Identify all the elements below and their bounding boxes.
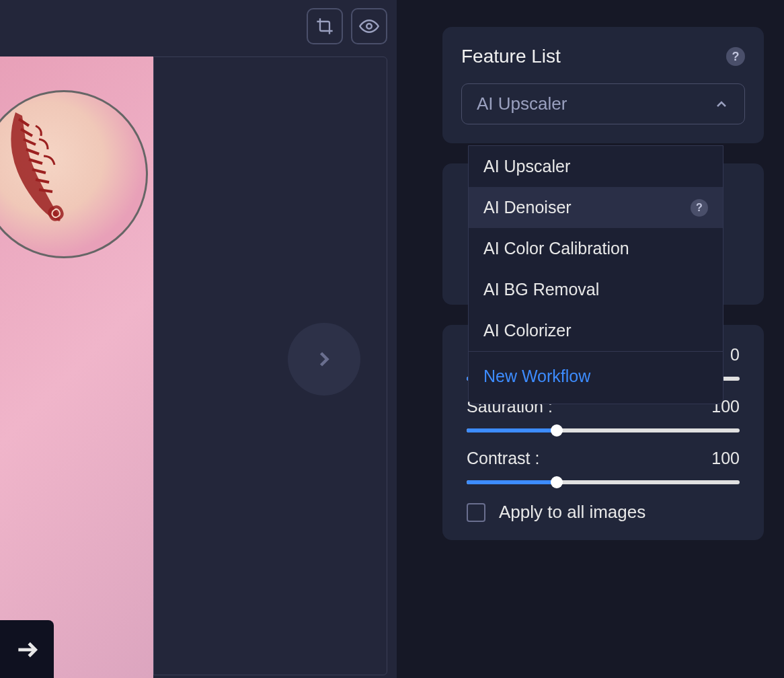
arrow-right-icon [14, 637, 40, 663]
dropdown-item-ai-colorizer[interactable]: AI Colorizer [469, 310, 723, 351]
saturation-fill [467, 428, 557, 432]
henna-design [0, 106, 116, 240]
chevron-up-icon [713, 96, 730, 112]
contrast-label: Contrast : [467, 449, 539, 468]
dropdown-item-ai-bg-removal[interactable]: AI BG Removal [469, 269, 723, 310]
dropdown-item-new-workflow[interactable]: New Workflow [469, 352, 723, 404]
dropdown-item-label: AI Colorizer [483, 321, 572, 340]
feature-dropdown-selected: AI Upscaler [477, 93, 567, 114]
feature-list-title: Feature List [461, 46, 561, 67]
saturation-thumb[interactable] [551, 424, 563, 437]
apply-all-row: Apply to all images [467, 502, 740, 523]
next-image-button[interactable] [288, 323, 360, 396]
dropdown-help-icon[interactable]: ? [691, 199, 708, 217]
dropdown-item-label: New Workflow [483, 367, 590, 386]
saturation-slider[interactable] [467, 428, 740, 432]
apply-all-label: Apply to all images [499, 502, 645, 523]
magnifier-lens [0, 90, 148, 258]
crop-button[interactable] [307, 8, 343, 44]
dropdown-item-label: AI Denoiser [483, 198, 572, 217]
eye-icon [359, 16, 379, 36]
dropdown-item-label: AI Upscaler [483, 157, 570, 176]
feature-dropdown[interactable]: AI Upscaler [461, 83, 745, 124]
image-preview[interactable] [0, 57, 153, 678]
contrast-value: 100 [711, 449, 740, 468]
dropdown-item-label: AI Color Calibration [483, 239, 629, 258]
contrast-slider[interactable] [467, 480, 740, 484]
feature-help-icon[interactable]: ? [726, 47, 745, 66]
forward-button[interactable] [0, 620, 54, 678]
contrast-thumb[interactable] [551, 476, 563, 488]
svg-point-0 [366, 24, 372, 29]
dropdown-item-label: AI BG Removal [483, 280, 599, 299]
apply-all-checkbox[interactable] [467, 503, 485, 522]
feature-dropdown-menu[interactable]: AI Upscaler AI Denoiser ? AI Color Calib… [468, 145, 723, 404]
feature-list-panel: Feature List ? AI Upscaler [442, 27, 764, 143]
dropdown-item-ai-denoiser[interactable]: AI Denoiser ? [469, 187, 723, 228]
preview-toolbar [307, 8, 387, 44]
crop-icon [315, 17, 334, 36]
contrast-fill [467, 480, 557, 484]
dropdown-item-ai-color-calibration[interactable]: AI Color Calibration [469, 228, 723, 269]
dropdown-item-ai-upscaler[interactable]: AI Upscaler [469, 146, 723, 187]
preview-button[interactable] [351, 8, 387, 44]
contrast-row: Contrast : 100 [467, 449, 740, 484]
feature-list-header: Feature List ? [461, 46, 745, 67]
chevron-right-icon [312, 347, 336, 371]
main-preview-area [0, 0, 397, 678]
brightness-value: 0 [730, 345, 740, 365]
